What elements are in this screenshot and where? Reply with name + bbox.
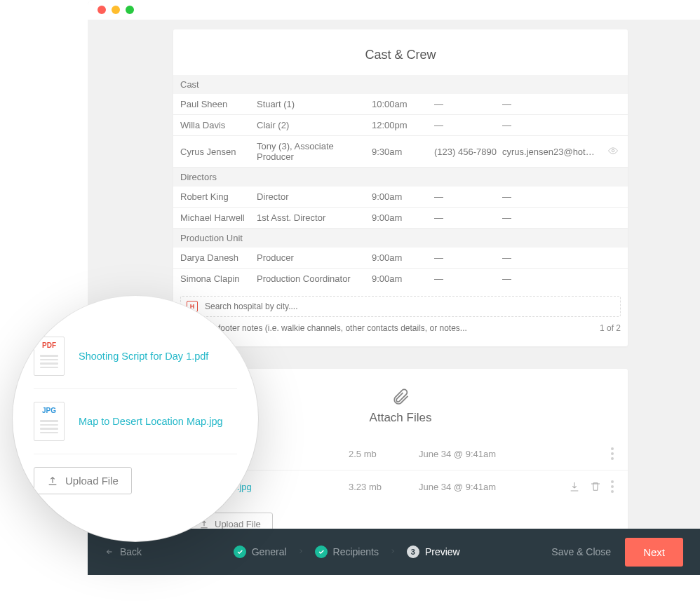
cell-time: 9:00am xyxy=(372,252,431,263)
cell-role: 1st Asst. Director xyxy=(257,212,369,223)
magnifier-overlay: PDFShooting Script for Day 1.pdfJPGMap t… xyxy=(13,296,258,541)
table-row[interactable]: Robert KingDirector9:00am—— xyxy=(173,187,628,208)
table-row[interactable]: Willa DavisClair (2)12:00pm—— xyxy=(173,115,628,136)
magnified-file-row: JPGMap to Desert Location Map.jpg xyxy=(34,389,237,454)
eye-icon[interactable] xyxy=(607,146,621,158)
hospital-search[interactable]: H xyxy=(180,296,621,317)
file-date: June 34 @ 9:41am xyxy=(419,449,597,459)
cell-name: Darya Danesh xyxy=(180,252,254,263)
paperclip-icon xyxy=(391,387,410,407)
table-row[interactable]: Simona ClapinProduction Coordinator9:00a… xyxy=(173,269,628,289)
cell-phone: (123) 456-7890 xyxy=(434,147,499,157)
window-min-dot[interactable] xyxy=(112,6,120,14)
section-title: Cast & Crew xyxy=(173,48,628,62)
magnified-file-row: PDFShooting Script for Day 1.pdf xyxy=(34,324,237,389)
cell-time: 10:00am xyxy=(372,99,431,109)
trash-icon[interactable] xyxy=(590,481,601,492)
cell-name: Paul Sheen xyxy=(180,99,254,109)
cell-phone: — xyxy=(434,191,499,202)
step-label: Recipients xyxy=(333,546,379,557)
file-size: 2.5 mb xyxy=(349,449,405,459)
cell-time: 9:30am xyxy=(372,147,431,157)
upload-file-label: Upload File xyxy=(215,519,261,529)
table-row[interactable]: Cyrus JensenTony (3), Associate Producer… xyxy=(173,136,628,168)
chevron-right-icon xyxy=(390,546,396,557)
cast-crew-panel: Cast & Crew CastPaul SheenStuart (1)10:0… xyxy=(173,29,628,346)
cell-role: Tony (3), Associate Producer xyxy=(257,141,369,162)
step-recipients[interactable]: Recipients xyxy=(315,546,379,558)
cell-email: cyrus.jensen23@hotmail... xyxy=(502,147,600,157)
arrow-left-icon xyxy=(105,548,114,556)
check-icon xyxy=(315,546,328,558)
cell-phone: — xyxy=(434,120,499,130)
file-type-icon: JPG xyxy=(34,402,65,441)
bottom-bar: Back GeneralRecipients3Preview Save & Cl… xyxy=(88,529,700,575)
download-icon[interactable] xyxy=(569,481,580,492)
more-icon[interactable] xyxy=(611,447,614,460)
cell-phone: — xyxy=(434,99,499,109)
table-row[interactable]: Paul SheenStuart (1)10:00am—— xyxy=(173,94,628,115)
back-label: Back xyxy=(120,546,142,557)
cell-name: Simona Clapin xyxy=(180,273,254,284)
cell-time: 9:00am xyxy=(372,191,431,202)
page-number: 1 of 2 xyxy=(600,323,621,333)
svg-point-0 xyxy=(612,149,614,152)
check-icon xyxy=(234,546,246,558)
cell-email: — xyxy=(502,99,621,109)
chevron-right-icon xyxy=(298,546,304,557)
cell-time: 9:00am xyxy=(372,273,431,284)
cell-email: — xyxy=(502,273,621,284)
group-header: Directors xyxy=(173,168,628,187)
step-number: 3 xyxy=(407,546,419,558)
cell-email: — xyxy=(502,191,621,202)
table-row[interactable]: Darya DaneshProducer9:00am—— xyxy=(173,248,628,269)
table-row[interactable]: Michael Harwell1st Asst. Director9:00am—… xyxy=(173,208,628,229)
magnified-upload-button[interactable]: Upload File xyxy=(34,467,132,494)
group-header: Production Unit xyxy=(173,229,628,248)
window-max-dot[interactable] xyxy=(126,6,134,14)
cell-phone: — xyxy=(434,252,499,263)
cell-name: Robert King xyxy=(180,191,254,202)
cell-name: Cyrus Jensen xyxy=(180,147,254,157)
back-button[interactable]: Back xyxy=(105,546,142,557)
cell-email: — xyxy=(502,252,621,263)
cell-role: Director xyxy=(257,191,369,202)
cell-role: Production Coordinator xyxy=(257,273,369,284)
file-type-icon: PDF xyxy=(34,337,65,376)
cell-role: Producer xyxy=(257,252,369,263)
cell-name: Michael Harwell xyxy=(180,212,254,223)
step-label: Preview xyxy=(425,546,460,557)
step-preview[interactable]: 3Preview xyxy=(407,546,460,558)
hospital-search-input[interactable] xyxy=(203,301,614,312)
next-button[interactable]: Next xyxy=(625,538,683,567)
window-titlebar xyxy=(88,0,700,20)
cell-phone: — xyxy=(434,273,499,284)
file-size: 3.23 mb xyxy=(349,482,405,492)
magnified-file-name: Shooting Script for Day 1.pdf xyxy=(79,351,208,362)
step-label: General xyxy=(252,546,287,557)
magnified-file-name: Map to Desert Location Map.jpg xyxy=(79,416,223,427)
footer-notes-input[interactable] xyxy=(194,323,594,334)
cell-email: — xyxy=(502,212,621,223)
cell-time: 9:00am xyxy=(372,212,431,223)
step-general[interactable]: General xyxy=(234,546,287,558)
cell-email: — xyxy=(502,120,621,130)
group-header: Cast xyxy=(173,75,628,94)
save-close-button[interactable]: Save & Close xyxy=(551,546,611,557)
cell-phone: — xyxy=(434,212,499,223)
cell-name: Willa Davis xyxy=(180,120,254,130)
window-close-dot[interactable] xyxy=(97,6,106,14)
magnified-upload-label: Upload File xyxy=(65,475,119,487)
cell-role: Clair (2) xyxy=(257,120,369,130)
more-icon[interactable] xyxy=(611,480,614,493)
upload-icon xyxy=(47,475,58,487)
file-date: June 34 @ 9:41am xyxy=(419,482,555,492)
cell-time: 12:00pm xyxy=(372,120,431,130)
cell-role: Stuart (1) xyxy=(257,99,369,109)
